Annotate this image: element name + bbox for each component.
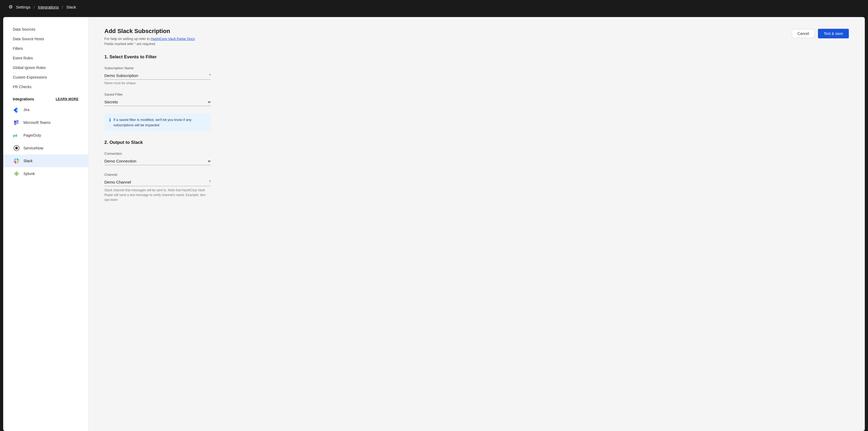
docs-link[interactable]: HashiCorp Vault Radar Docs bbox=[151, 37, 195, 41]
test-save-button[interactable]: Test & save bbox=[818, 29, 849, 38]
subscription-name-input[interactable] bbox=[104, 72, 211, 80]
channel-label: Channel bbox=[104, 173, 211, 177]
svg-rect-1 bbox=[17, 120, 19, 122]
learn-more-link[interactable]: LEARN MORE bbox=[56, 97, 79, 101]
splunk-label: Splunk bbox=[24, 172, 35, 176]
header-actions: Cancel Test & save bbox=[792, 29, 849, 38]
sidebar-item-microsoft-teams[interactable]: Microsoft Teams bbox=[3, 116, 88, 129]
connection-required: * bbox=[209, 160, 211, 165]
slack-icon bbox=[13, 157, 20, 165]
integrations-breadcrumb[interactable]: Integrations bbox=[38, 5, 59, 9]
info-box-text: If a saved filter is modified, we'll let… bbox=[114, 117, 206, 128]
svg-rect-2 bbox=[14, 123, 16, 125]
sidebar-item-global-ignore-rules[interactable]: Global Ignore Rules bbox=[3, 63, 88, 72]
saved-filter-select-wrapper: Secrets All Events High Severity ▾ bbox=[104, 98, 211, 106]
sidebar-item-filters[interactable]: Filters bbox=[3, 44, 88, 53]
connection-select-wrapper: Demo Connection Production Connection ▾ bbox=[104, 157, 211, 165]
required-note-suffix: are required bbox=[135, 42, 155, 46]
subscription-name-label: Subscription Name bbox=[104, 66, 211, 70]
slack-label: Slack bbox=[24, 159, 32, 163]
main-header-left: Add Slack Subscription For help on setti… bbox=[104, 28, 195, 46]
sidebar-item-data-source-hosts[interactable]: Data Source Hosts bbox=[3, 34, 88, 44]
required-note: Fields marked with * are required bbox=[104, 42, 195, 46]
connection-label: Connection bbox=[104, 152, 211, 156]
channel-hint: Slack channel that messages will be sent… bbox=[104, 188, 211, 202]
sidebar-item-servicenow[interactable]: ServiceNow bbox=[3, 142, 88, 154]
sidebar-item-splunk[interactable]: Splunk bbox=[3, 167, 88, 180]
main-subtitle: For help on setting up refer to HashiCor… bbox=[104, 37, 195, 41]
section-divider: 2. Output to Slack bbox=[104, 140, 849, 145]
sidebar-item-custom-expressions[interactable]: Custom Expressions bbox=[3, 72, 88, 82]
channel-required: * bbox=[209, 180, 211, 185]
splunk-icon bbox=[13, 170, 20, 177]
microsoft-teams-label: Microsoft Teams bbox=[24, 120, 51, 125]
settings-icon: ⚙ bbox=[8, 4, 13, 10]
sidebar-item-slack[interactable]: Slack bbox=[3, 154, 88, 167]
info-icon: ℹ bbox=[109, 118, 111, 123]
page-title: Add Slack Subscription bbox=[104, 28, 195, 35]
section1-title: 1. Select Events to Filter bbox=[104, 54, 849, 60]
section2-title: 2. Output to Slack bbox=[104, 140, 849, 145]
microsoft-teams-icon bbox=[13, 119, 20, 126]
integrations-section-title: Integrations bbox=[13, 97, 34, 101]
channel-input-wrapper: * bbox=[104, 178, 211, 186]
connection-select[interactable]: Demo Connection Production Connection bbox=[104, 157, 211, 165]
page-wrapper: Data Sources Data Source Hosts Filters E… bbox=[3, 17, 865, 431]
jira-label: Jira bbox=[24, 107, 30, 112]
saved-filter-label: Saved Filter bbox=[104, 92, 211, 96]
settings-label: Settings bbox=[16, 5, 30, 9]
integrations-section-header: Integrations LEARN MORE bbox=[3, 92, 88, 103]
required-note-prefix: Fields marked with bbox=[104, 42, 134, 46]
jira-icon bbox=[13, 106, 20, 114]
sidebar-item-pr-checks[interactable]: PR Checks bbox=[3, 82, 88, 92]
main-header: Add Slack Subscription For help on setti… bbox=[104, 28, 849, 46]
subscription-name-required: * bbox=[209, 73, 211, 78]
connection-group: Connection Demo Connection Production Co… bbox=[104, 152, 211, 165]
sidebar-nav: Data Sources Data Source Hosts Filters E… bbox=[3, 25, 88, 92]
subscription-name-input-wrapper: * bbox=[104, 72, 211, 80]
subscription-name-group: Subscription Name * Name must be unique. bbox=[104, 66, 211, 85]
pagerduty-icon: pd bbox=[13, 131, 20, 139]
channel-input[interactable] bbox=[104, 178, 211, 186]
channel-group: Channel * Slack channel that messages wi… bbox=[104, 173, 211, 202]
servicenow-label: ServiceNow bbox=[24, 146, 43, 150]
saved-filter-select[interactable]: Secrets All Events High Severity bbox=[104, 98, 211, 106]
sidebar-item-data-sources[interactable]: Data Sources bbox=[3, 25, 88, 34]
pagerduty-label: PagerDuty bbox=[24, 133, 41, 137]
svg-text:pd: pd bbox=[13, 133, 17, 137]
separator-1: / bbox=[34, 5, 35, 9]
sidebar: Data Sources Data Source Hosts Filters E… bbox=[3, 17, 88, 431]
separator-2: / bbox=[62, 5, 63, 9]
svg-rect-3 bbox=[17, 122, 19, 124]
svg-point-6 bbox=[15, 147, 18, 149]
main-content: Add Slack Subscription For help on setti… bbox=[88, 17, 865, 431]
saved-filter-group: Saved Filter Secrets All Events High Sev… bbox=[104, 92, 211, 106]
sidebar-item-event-rules[interactable]: Event Rules bbox=[3, 53, 88, 63]
saved-filter-required: * bbox=[209, 101, 211, 105]
top-bar: ⚙ Settings / Integrations / Slack bbox=[0, 0, 868, 14]
sidebar-item-pagerduty[interactable]: pd PagerDuty bbox=[3, 129, 88, 142]
svg-marker-8 bbox=[16, 173, 17, 175]
slack-breadcrumb: Slack bbox=[66, 5, 76, 9]
servicenow-icon bbox=[13, 144, 20, 152]
cancel-button[interactable]: Cancel bbox=[792, 29, 815, 38]
subtitle-prefix: For help on setting up refer to bbox=[104, 37, 151, 41]
subscription-name-hint: Name must be unique. bbox=[104, 81, 211, 85]
svg-rect-0 bbox=[14, 121, 16, 123]
info-box: ℹ If a saved filter is modified, we'll l… bbox=[104, 114, 211, 131]
sidebar-item-jira[interactable]: Jira bbox=[3, 103, 88, 116]
